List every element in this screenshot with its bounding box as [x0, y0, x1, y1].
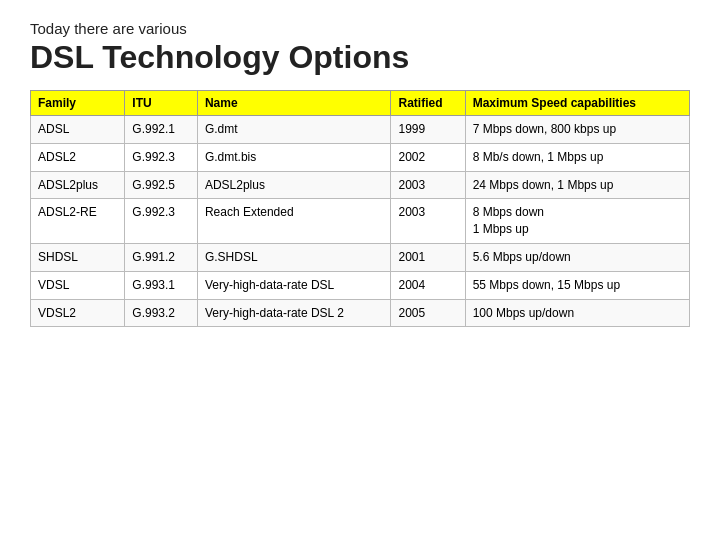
cell-speed: 100 Mbps up/down — [465, 299, 689, 327]
cell-family: ADSL2plus — [31, 171, 125, 199]
table-row: ADSL2plusG.992.5ADSL2plus200324 Mbps dow… — [31, 171, 690, 199]
cell-ratified: 1999 — [391, 116, 465, 144]
cell-ratified: 2004 — [391, 271, 465, 299]
cell-name: G.dmt — [197, 116, 391, 144]
table-row: ADSLG.992.1G.dmt19997 Mbps down, 800 kbp… — [31, 116, 690, 144]
cell-speed: 24 Mbps down, 1 Mbps up — [465, 171, 689, 199]
cell-itu: G.992.3 — [125, 199, 198, 244]
table-row: ADSL2-REG.992.3Reach Extended20038 Mbps … — [31, 199, 690, 244]
cell-family: ADSL2-RE — [31, 199, 125, 244]
cell-speed: 8 Mb/s down, 1 Mbps up — [465, 143, 689, 171]
cell-itu: G.993.1 — [125, 271, 198, 299]
cell-itu: G.992.1 — [125, 116, 198, 144]
page-title: DSL Technology Options — [30, 39, 690, 76]
col-ratified: Ratified — [391, 91, 465, 116]
cell-name: Reach Extended — [197, 199, 391, 244]
col-family: Family — [31, 91, 125, 116]
cell-family: ADSL2 — [31, 143, 125, 171]
cell-name: ADSL2plus — [197, 171, 391, 199]
table-row: SHDSLG.991.2G.SHDSL20015.6 Mbps up/down — [31, 243, 690, 271]
page-subtitle: Today there are various — [30, 20, 690, 37]
cell-speed: 7 Mbps down, 800 kbps up — [465, 116, 689, 144]
table-header-row: Family ITU Name Ratified Maximum Speed c… — [31, 91, 690, 116]
cell-name: Very-high-data-rate DSL 2 — [197, 299, 391, 327]
cell-ratified: 2003 — [391, 199, 465, 244]
cell-ratified: 2002 — [391, 143, 465, 171]
col-speed: Maximum Speed capabilities — [465, 91, 689, 116]
cell-name: Very-high-data-rate DSL — [197, 271, 391, 299]
col-itu: ITU — [125, 91, 198, 116]
cell-itu: G.991.2 — [125, 243, 198, 271]
cell-itu: G.992.3 — [125, 143, 198, 171]
cell-speed: 55 Mbps down, 15 Mbps up — [465, 271, 689, 299]
cell-speed: 5.6 Mbps up/down — [465, 243, 689, 271]
dsl-table: Family ITU Name Ratified Maximum Speed c… — [30, 90, 690, 327]
cell-name: G.dmt.bis — [197, 143, 391, 171]
table-row: VDSL2G.993.2Very-high-data-rate DSL 2200… — [31, 299, 690, 327]
cell-family: VDSL — [31, 271, 125, 299]
col-name: Name — [197, 91, 391, 116]
cell-itu: G.993.2 — [125, 299, 198, 327]
table-row: VDSLG.993.1Very-high-data-rate DSL200455… — [31, 271, 690, 299]
cell-name: G.SHDSL — [197, 243, 391, 271]
cell-ratified: 2001 — [391, 243, 465, 271]
cell-family: SHDSL — [31, 243, 125, 271]
cell-ratified: 2005 — [391, 299, 465, 327]
cell-family: VDSL2 — [31, 299, 125, 327]
cell-family: ADSL — [31, 116, 125, 144]
table-row: ADSL2G.992.3G.dmt.bis20028 Mb/s down, 1 … — [31, 143, 690, 171]
cell-itu: G.992.5 — [125, 171, 198, 199]
cell-speed: 8 Mbps down 1 Mbps up — [465, 199, 689, 244]
cell-ratified: 2003 — [391, 171, 465, 199]
